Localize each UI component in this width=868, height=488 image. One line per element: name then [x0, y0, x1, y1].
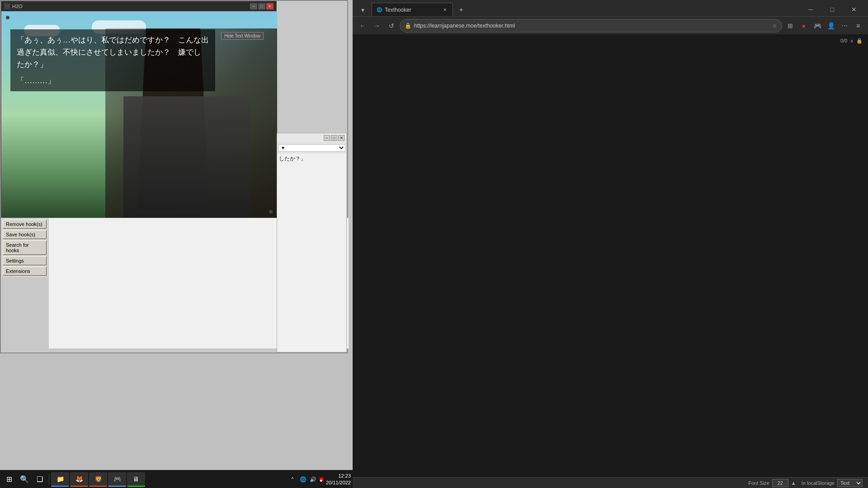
terminal-btn[interactable]: 🖥	[127, 472, 145, 487]
search-button[interactable]: 🔍	[17, 472, 32, 487]
settings-btn[interactable]: Settings	[3, 256, 47, 265]
game-window: ⬛ H2O ─ □ ✕	[1, 1, 277, 218]
extensions-browser-btn[interactable]: ⋯	[838, 19, 851, 32]
game-close-btn[interactable]: ✕	[266, 3, 274, 9]
controller-btn[interactable]: 🎮	[811, 19, 824, 32]
left-main-window: ⬛ H2O ─ □ ✕	[0, 0, 348, 353]
grid-view-btn[interactable]: ⊞	[784, 19, 797, 32]
task-view-button[interactable]: ❑	[33, 472, 47, 487]
font-size-up-icon[interactable]: ▲	[791, 480, 796, 486]
agth-panel: ─ □ ✕ ▼ したか？」	[277, 133, 347, 352]
left-section: ⬛ H2O ─ □ ✕	[0, 0, 353, 488]
file-explorer-icon: 📁	[57, 475, 64, 483]
text-window-label[interactable]: Hide Text Window	[221, 32, 264, 40]
terminal-icon: 🖥	[133, 475, 139, 483]
dialogue-line-4: 「………」	[17, 75, 209, 87]
agth-close-btn[interactable]: ✕	[338, 135, 344, 141]
search-icon: 🔍	[20, 475, 29, 483]
firefox-icon: 🦊	[75, 475, 83, 483]
game-app-icon: 🎮	[113, 475, 121, 483]
back-btn[interactable]: ←	[356, 19, 369, 32]
extensions-btn[interactable]: Extensions	[3, 267, 47, 276]
dialogue-line-3: たか？」	[17, 58, 209, 70]
notification-dot: ●	[320, 478, 323, 481]
browser-close-btn[interactable]: ✕	[844, 3, 864, 16]
tab-favicon: 🌐	[377, 7, 382, 12]
storage-label: In localStorage	[802, 480, 835, 486]
tab-close-btn[interactable]: ✕	[442, 7, 448, 13]
browser-section: ▾ 🌐 Texthooker ✕ + ─ □ ✕ ← → ↺ 🔒 ☆	[353, 0, 868, 488]
counter-display: 0/0 x 🔒	[840, 38, 863, 44]
refresh-btn[interactable]: ↺	[385, 19, 398, 32]
taskbar-right: ^ 🌐 🔊 ● 12:23 20/11/2022	[288, 472, 351, 487]
storage-select[interactable]: Text JSON None	[837, 479, 863, 487]
browser-toolbar-right: ⊞ ● 🎮 👤 ⋯ ≡	[784, 19, 864, 32]
browser-tabs-bar: ▾ 🌐 Texthooker ✕ + ─ □ ✕	[353, 0, 868, 16]
agth-text-content: したか？」	[277, 153, 346, 164]
red-circle-btn[interactable]: ●	[797, 19, 810, 32]
counter-x: x	[850, 38, 853, 43]
font-size-control: Font Size ▲	[748, 479, 796, 487]
agth-dropdown-row: ▼	[277, 143, 346, 153]
corner-dot-tl	[6, 16, 9, 19]
storage-control: In localStorage Text JSON None	[802, 479, 863, 487]
game-window-titlebar: ⬛ H2O ─ □ ✕	[1, 1, 276, 11]
forward-btn[interactable]: →	[371, 19, 383, 32]
red-dot-indicator: ●	[320, 478, 323, 481]
browser-dropdown-btn[interactable]: ▾	[356, 4, 369, 16]
buttons-panel: Remove hook(s) Save hook(s) Search for h…	[1, 218, 48, 277]
firefox-btn[interactable]: 🦊	[70, 472, 88, 487]
address-bar[interactable]	[414, 23, 769, 29]
counter-text: 0/0	[840, 38, 847, 43]
search-hooks-btn[interactable]: Search for hooks	[3, 240, 47, 255]
game-title-text: H2O	[12, 4, 23, 9]
task-view-icon: ❑	[37, 475, 43, 483]
game-window-title: ⬛ H2O	[4, 3, 23, 9]
agth-titlebar: ─ □ ✕	[277, 133, 346, 143]
clock: 12:23 20/11/2022	[326, 473, 351, 486]
corner-dot-br	[269, 210, 273, 214]
browser-maximize-btn[interactable]: □	[822, 3, 843, 16]
game-maximize-btn[interactable]: □	[258, 3, 265, 9]
font-size-input[interactable]	[772, 479, 788, 487]
clock-time: 12:23	[326, 473, 351, 479]
network-tray-icon: 🌐	[300, 476, 307, 483]
tray-chevron[interactable]: ^	[288, 472, 297, 487]
dialogue-line-1: 「あぅ、あぅ…やはり、私ではだめですか？ こんな出	[17, 34, 209, 46]
font-size-label: Font Size	[748, 480, 769, 486]
address-bar-container[interactable]: 🔒 ☆	[400, 19, 782, 33]
browser-nav-bar: ← → ↺ 🔒 ☆ ⊞ ● 🎮 👤 ⋯ ≡	[353, 16, 868, 34]
browser-chrome: ▾ 🌐 Texthooker ✕ + ─ □ ✕ ← → ↺ 🔒 ☆	[353, 0, 868, 34]
save-hooks-btn[interactable]: Save hook(s)	[3, 230, 47, 239]
text-box: 「あぅ、あぅ…やはり、私ではだめですか？ こんな出 過ぎた真似、不快にさせてしま…	[10, 29, 215, 91]
game-icon: ⬛	[4, 3, 10, 9]
browser-status-bar: Font Size ▲ In localStorage Text JSON No…	[353, 477, 868, 488]
taskbar-divider-1	[49, 474, 49, 485]
volume-tray-icon: 🔊	[310, 476, 317, 483]
remove-hooks-btn[interactable]: Remove hook(s)	[3, 220, 47, 229]
menu-btn[interactable]: ≡	[852, 19, 864, 32]
active-tab[interactable]: 🌐 Texthooker ✕	[372, 3, 453, 16]
new-tab-btn[interactable]: +	[455, 4, 467, 16]
game-app-btn[interactable]: 🎮	[108, 472, 126, 487]
taskbar: ⊞ 🔍 ❑ 📁 🦊 🦁 🎮 🖥 ^ 🌐 🔊 ●	[0, 470, 353, 488]
start-icon: ⊞	[6, 475, 12, 483]
start-button[interactable]: ⊞	[2, 472, 16, 487]
lock-icon: 🔒	[405, 23, 411, 29]
agth-minimize-btn[interactable]: ─	[324, 135, 330, 141]
game-minimize-btn[interactable]: ─	[250, 3, 257, 9]
star-icon: ☆	[772, 23, 777, 29]
browser-window-controls: ─ □ ✕	[800, 3, 864, 16]
game-window-controls: ─ □ ✕	[250, 3, 274, 9]
clock-date: 20/11/2022	[326, 479, 351, 486]
brave-btn[interactable]: 🦁	[89, 472, 107, 487]
counter-lock-icon: 🔒	[856, 38, 863, 43]
browser-minimize-btn[interactable]: ─	[800, 3, 821, 16]
agth-hook-dropdown[interactable]: ▼	[278, 144, 345, 152]
agth-maximize-btn[interactable]: □	[331, 135, 337, 141]
game-background: 「あぅ、あぅ…やはり、私ではだめですか？ こんな出 過ぎた真似、不快にさせてしま…	[1, 11, 277, 218]
account-btn[interactable]: 👤	[825, 19, 837, 32]
file-explorer-btn[interactable]: 📁	[51, 472, 69, 487]
browser-content: 0/0 x 🔒	[353, 34, 868, 477]
tab-title: Texthooker	[385, 7, 411, 13]
